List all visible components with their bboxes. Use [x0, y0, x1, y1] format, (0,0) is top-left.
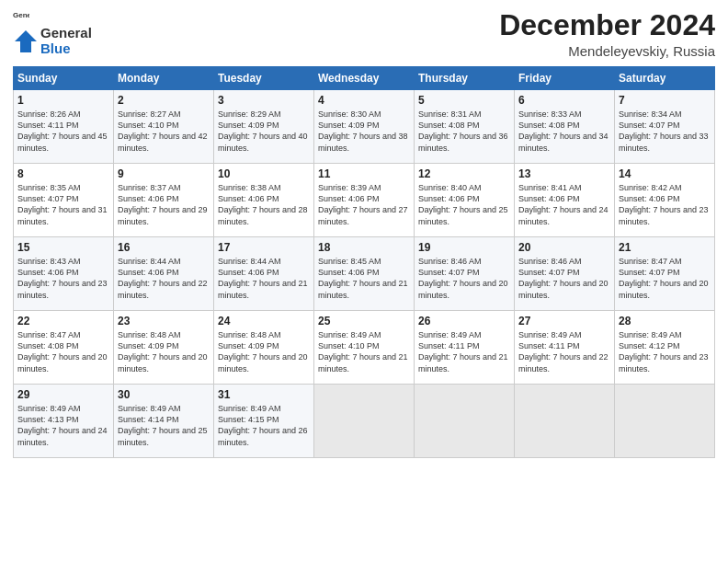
table-cell: 16 Sunrise: 8:44 AMSunset: 4:06 PMDaylig…: [114, 237, 214, 311]
day-number: 28: [619, 315, 711, 327]
table-cell: 9 Sunrise: 8:37 AMSunset: 4:06 PMDayligh…: [114, 164, 214, 237]
cell-info: Sunrise: 8:49 AMSunset: 4:11 PMDaylight:…: [418, 330, 508, 373]
col-monday: Monday: [114, 67, 214, 90]
calendar-week-row: 1 Sunrise: 8:26 AMSunset: 4:11 PMDayligh…: [14, 90, 715, 164]
day-number: 14: [619, 167, 711, 180]
col-wednesday: Wednesday: [314, 67, 415, 90]
day-number: 2: [118, 94, 210, 107]
table-cell: 25 Sunrise: 8:49 AMSunset: 4:10 PMDaylig…: [314, 311, 415, 385]
cell-info: Sunrise: 8:44 AMSunset: 4:06 PMDaylight:…: [118, 257, 208, 299]
day-number: 11: [318, 167, 410, 180]
table-cell: 23 Sunrise: 8:48 AMSunset: 4:09 PMDaylig…: [114, 311, 214, 385]
table-cell: 5 Sunrise: 8:31 AMSunset: 4:08 PMDayligh…: [415, 90, 515, 164]
cell-info: Sunrise: 8:42 AMSunset: 4:06 PMDaylight:…: [619, 183, 709, 225]
table-cell: [415, 385, 515, 458]
general-blue-logo-icon: [13, 29, 39, 54]
table-cell: 20 Sunrise: 8:46 AMSunset: 4:07 PMDaylig…: [515, 237, 615, 311]
cell-info: Sunrise: 8:49 AMSunset: 4:13 PMDaylight:…: [17, 404, 108, 446]
day-number: 13: [518, 167, 610, 180]
day-number: 19: [418, 241, 510, 254]
cell-info: Sunrise: 8:40 AMSunset: 4:06 PMDaylight:…: [418, 183, 508, 225]
day-number: 3: [218, 94, 310, 107]
table-cell: 27 Sunrise: 8:49 AMSunset: 4:11 PMDaylig…: [515, 311, 615, 385]
day-number: 31: [218, 388, 310, 401]
cell-info: Sunrise: 8:29 AMSunset: 4:09 PMDaylight:…: [218, 109, 308, 152]
cell-info: Sunrise: 8:26 AMSunset: 4:11 PMDaylight:…: [17, 109, 108, 152]
calendar-week-row: 15 Sunrise: 8:43 AMSunset: 4:06 PMDaylig…: [14, 237, 715, 311]
logo: General General Blue: [13, 9, 92, 56]
day-number: 22: [17, 315, 109, 327]
logo-icon: General: [13, 9, 29, 26]
day-number: 20: [518, 241, 610, 254]
table-cell: 18 Sunrise: 8:45 AMSunset: 4:06 PMDaylig…: [314, 237, 415, 311]
day-number: 6: [518, 94, 610, 107]
cell-info: Sunrise: 8:44 AMSunset: 4:06 PMDaylight:…: [218, 257, 308, 299]
table-cell: 8 Sunrise: 8:35 AMSunset: 4:07 PMDayligh…: [14, 164, 114, 237]
cell-info: Sunrise: 8:30 AMSunset: 4:09 PMDaylight:…: [318, 109, 408, 152]
cell-info: Sunrise: 8:46 AMSunset: 4:07 PMDaylight:…: [418, 257, 508, 299]
table-cell: [515, 385, 615, 458]
cell-info: Sunrise: 8:39 AMSunset: 4:06 PMDaylight:…: [318, 183, 408, 225]
main-container: General General Blue December 2024 Mende…: [0, 0, 728, 467]
day-number: 30: [118, 388, 210, 401]
cell-info: Sunrise: 8:49 AMSunset: 4:11 PMDaylight:…: [518, 330, 609, 373]
table-cell: 1 Sunrise: 8:26 AMSunset: 4:11 PMDayligh…: [14, 90, 114, 164]
cell-info: Sunrise: 8:45 AMSunset: 4:06 PMDaylight:…: [318, 257, 408, 299]
cell-info: Sunrise: 8:37 AMSunset: 4:06 PMDaylight:…: [118, 183, 208, 225]
location: Mendeleyevskiy, Russia: [499, 43, 715, 59]
table-cell: 24 Sunrise: 8:48 AMSunset: 4:09 PMDaylig…: [214, 311, 314, 385]
cell-info: Sunrise: 8:34 AMSunset: 4:07 PMDaylight:…: [619, 109, 709, 152]
table-cell: 19 Sunrise: 8:46 AMSunset: 4:07 PMDaylig…: [415, 237, 515, 311]
table-cell: [314, 385, 415, 458]
table-cell: 12 Sunrise: 8:40 AMSunset: 4:06 PMDaylig…: [415, 164, 515, 237]
day-number: 23: [118, 315, 210, 327]
day-number: 9: [118, 167, 210, 180]
header: General General Blue December 2024 Mende…: [13, 9, 715, 59]
day-number: 16: [118, 241, 210, 254]
table-cell: 29 Sunrise: 8:49 AMSunset: 4:13 PMDaylig…: [14, 385, 114, 458]
cell-info: Sunrise: 8:38 AMSunset: 4:06 PMDaylight:…: [218, 183, 308, 225]
calendar-week-row: 22 Sunrise: 8:47 AMSunset: 4:08 PMDaylig…: [14, 311, 715, 385]
col-saturday: Saturday: [615, 67, 715, 90]
day-number: 8: [17, 167, 109, 180]
day-number: 4: [318, 94, 410, 107]
day-number: 27: [518, 315, 610, 327]
table-cell: 17 Sunrise: 8:44 AMSunset: 4:06 PMDaylig…: [214, 237, 314, 311]
cell-info: Sunrise: 8:49 AMSunset: 4:14 PMDaylight:…: [118, 404, 208, 446]
table-cell: 28 Sunrise: 8:49 AMSunset: 4:12 PMDaylig…: [615, 311, 715, 385]
table-cell: 31 Sunrise: 8:49 AMSunset: 4:15 PMDaylig…: [214, 385, 314, 458]
cell-info: Sunrise: 8:43 AMSunset: 4:06 PMDaylight:…: [17, 257, 108, 299]
day-number: 15: [17, 241, 109, 254]
day-number: 21: [619, 241, 711, 254]
table-cell: 26 Sunrise: 8:49 AMSunset: 4:11 PMDaylig…: [415, 311, 515, 385]
table-cell: 3 Sunrise: 8:29 AMSunset: 4:09 PMDayligh…: [214, 90, 314, 164]
table-cell: 2 Sunrise: 8:27 AMSunset: 4:10 PMDayligh…: [114, 90, 214, 164]
day-number: 24: [218, 315, 310, 327]
table-cell: 15 Sunrise: 8:43 AMSunset: 4:06 PMDaylig…: [14, 237, 114, 311]
col-friday: Friday: [515, 67, 615, 90]
cell-info: Sunrise: 8:48 AMSunset: 4:09 PMDaylight:…: [118, 330, 208, 373]
calendar-week-row: 29 Sunrise: 8:49 AMSunset: 4:13 PMDaylig…: [14, 385, 715, 458]
cell-info: Sunrise: 8:47 AMSunset: 4:07 PMDaylight:…: [619, 257, 709, 299]
day-number: 18: [318, 241, 410, 254]
month-title: December 2024: [499, 9, 715, 41]
logo-general-text: General: [40, 26, 92, 41]
table-cell: 14 Sunrise: 8:42 AMSunset: 4:06 PMDaylig…: [615, 164, 715, 237]
day-number: 1: [17, 94, 109, 107]
col-thursday: Thursday: [415, 67, 515, 90]
cell-info: Sunrise: 8:47 AMSunset: 4:08 PMDaylight:…: [17, 330, 108, 373]
day-number: 7: [619, 94, 711, 107]
cell-info: Sunrise: 8:27 AMSunset: 4:10 PMDaylight:…: [118, 109, 208, 152]
table-cell: 4 Sunrise: 8:30 AMSunset: 4:09 PMDayligh…: [314, 90, 415, 164]
svg-marker-1: [15, 30, 37, 52]
calendar-week-row: 8 Sunrise: 8:35 AMSunset: 4:07 PMDayligh…: [14, 164, 715, 237]
day-number: 12: [418, 167, 510, 180]
table-cell: [615, 385, 715, 458]
cell-info: Sunrise: 8:41 AMSunset: 4:06 PMDaylight:…: [518, 183, 609, 225]
logo-blue-text: Blue: [40, 41, 92, 57]
day-number: 26: [418, 315, 510, 327]
cell-info: Sunrise: 8:35 AMSunset: 4:07 PMDaylight:…: [17, 183, 108, 225]
table-cell: 6 Sunrise: 8:33 AMSunset: 4:08 PMDayligh…: [515, 90, 615, 164]
col-tuesday: Tuesday: [214, 67, 314, 90]
day-number: 25: [318, 315, 410, 327]
